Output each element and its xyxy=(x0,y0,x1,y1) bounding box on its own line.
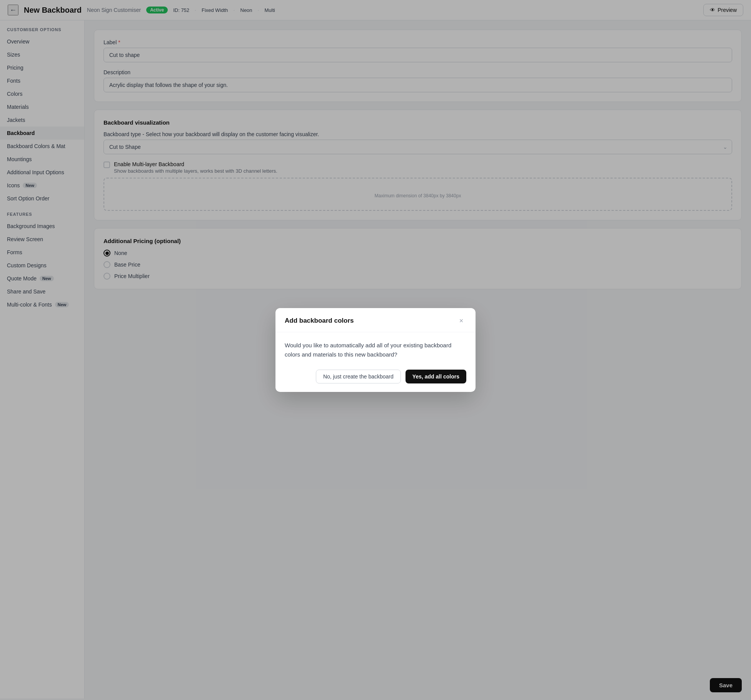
modal: Add backboard colors × Would you like to… xyxy=(275,308,476,392)
modal-body: Would you like to automatically add all … xyxy=(275,332,476,370)
modal-header: Add backboard colors × xyxy=(275,308,476,332)
modal-close-button[interactable]: × xyxy=(456,316,466,326)
modal-footer: No, just create the backboard Yes, add a… xyxy=(275,370,476,392)
modal-yes-button[interactable]: Yes, add all colors xyxy=(406,370,466,383)
modal-title: Add backboard colors xyxy=(285,317,354,325)
modal-overlay: Add backboard colors × Would you like to… xyxy=(0,0,751,698)
modal-no-button[interactable]: No, just create the backboard xyxy=(316,370,401,383)
